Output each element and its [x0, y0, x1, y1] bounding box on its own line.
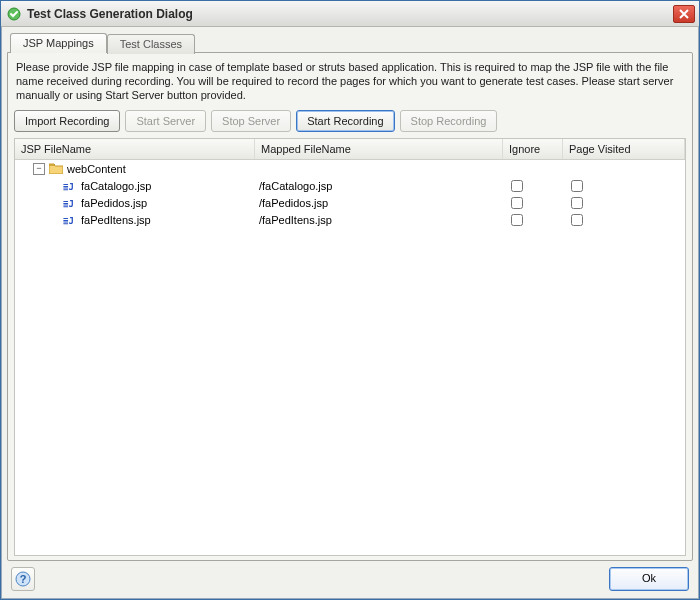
- tree-toggle-icon[interactable]: −: [33, 163, 45, 175]
- tree-root-row[interactable]: − webContent: [15, 160, 685, 177]
- tab-test-classes[interactable]: Test Classes: [107, 34, 195, 54]
- start-recording-button[interactable]: Start Recording: [296, 110, 394, 132]
- titlebar: Test Class Generation Dialog: [1, 1, 699, 27]
- svg-text:≣J: ≣J: [63, 182, 74, 192]
- footer: ? Ok: [7, 561, 693, 593]
- ignore-checkbox[interactable]: [511, 197, 523, 209]
- dialog-body: JSP Mappings Test Classes Please provide…: [1, 27, 699, 599]
- svg-text:≣J: ≣J: [63, 199, 74, 209]
- close-button[interactable]: [673, 5, 695, 23]
- description-text: Please provide JSP file mapping in case …: [14, 59, 686, 108]
- app-icon: [7, 7, 21, 21]
- stop-recording-button: Stop Recording: [400, 110, 498, 132]
- mapped-name: /faPedidos.jsp: [259, 197, 328, 209]
- col-mapped-filename[interactable]: Mapped FileName: [255, 139, 503, 159]
- table-row[interactable]: ≣J faCatalogo.jsp /faCatalogo.jsp: [15, 177, 685, 194]
- jsp-file-icon: ≣J: [63, 197, 77, 209]
- table-body[interactable]: − webContent: [15, 160, 685, 555]
- ignore-checkbox[interactable]: [511, 180, 523, 192]
- dialog-window: Test Class Generation Dialog JSP Mapping…: [0, 0, 700, 600]
- import-recording-button[interactable]: Import Recording: [14, 110, 120, 132]
- jsp-file-icon: ≣J: [63, 214, 77, 226]
- jsp-file-icon: ≣J: [63, 180, 77, 192]
- svg-text:?: ?: [20, 573, 27, 585]
- file-name: faCatalogo.jsp: [81, 180, 151, 192]
- col-page-visited[interactable]: Page Visited: [563, 139, 685, 159]
- table-header: JSP FileName Mapped FileName Ignore Page…: [15, 139, 685, 160]
- file-name: faPedItens.jsp: [81, 214, 151, 226]
- svg-text:≣J: ≣J: [63, 216, 74, 226]
- page-visited-checkbox[interactable]: [571, 180, 583, 192]
- tab-panel: Please provide JSP file mapping in case …: [7, 52, 693, 561]
- tab-jsp-mappings[interactable]: JSP Mappings: [10, 33, 107, 53]
- tab-bar: JSP Mappings Test Classes: [7, 33, 693, 53]
- start-server-button: Start Server: [125, 110, 206, 132]
- file-name: faPedidos.jsp: [81, 197, 147, 209]
- mapped-name: /faCatalogo.jsp: [259, 180, 332, 192]
- col-jsp-filename[interactable]: JSP FileName: [15, 139, 255, 159]
- page-visited-checkbox[interactable]: [571, 197, 583, 209]
- help-button[interactable]: ?: [11, 567, 35, 591]
- table-row[interactable]: ≣J faPedidos.jsp /faPedidos.jsp: [15, 194, 685, 211]
- mapped-name: /faPedItens.jsp: [259, 214, 332, 226]
- ignore-checkbox[interactable]: [511, 214, 523, 226]
- page-visited-checkbox[interactable]: [571, 214, 583, 226]
- toolbar: Import Recording Start Server Stop Serve…: [14, 108, 686, 138]
- col-ignore[interactable]: Ignore: [503, 139, 563, 159]
- window-title: Test Class Generation Dialog: [27, 7, 193, 21]
- ok-button[interactable]: Ok: [609, 567, 689, 591]
- stop-server-button: Stop Server: [211, 110, 291, 132]
- folder-icon: [49, 163, 63, 174]
- table-row[interactable]: ≣J faPedItens.jsp /faPedItens.jsp: [15, 211, 685, 228]
- tree-root-label: webContent: [67, 163, 126, 175]
- mapping-table: JSP FileName Mapped FileName Ignore Page…: [14, 138, 686, 556]
